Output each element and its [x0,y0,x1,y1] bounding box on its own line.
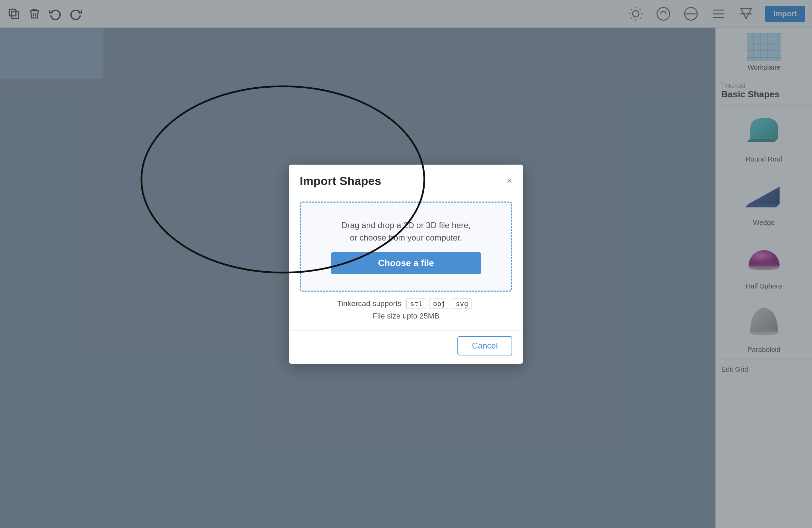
format-svg: svg [452,299,472,309]
drop-text: Drag and drop a 2D or 3D file here, or c… [341,219,471,244]
format-obj: obj [429,299,449,309]
drop-zone[interactable]: Drag and drop a 2D or 3D file here, or c… [300,202,512,292]
supports-text: Tinkercad supports [337,299,402,308]
modal-header: Import Shapes × [289,165,523,195]
modal-footer: Cancel [289,330,523,364]
format-stl: stl [406,299,426,309]
modal-overlay: Import Shapes × Drag and drop a 2D or 3D… [0,0,812,528]
modal-close-button[interactable]: × [507,176,512,186]
cancel-button[interactable]: Cancel [457,336,512,355]
filesize-info: File size upto 25MB [300,312,512,321]
modal-body: Drag and drop a 2D or 3D file here, or c… [289,195,523,330]
choose-file-button[interactable]: Choose a file [331,252,482,274]
format-badges: stl obj svg [406,299,472,309]
import-shapes-modal: Import Shapes × Drag and drop a 2D or 3D… [289,165,523,364]
modal-title: Import Shapes [300,174,381,188]
format-info: Tinkercad supports stl obj svg [300,299,512,309]
